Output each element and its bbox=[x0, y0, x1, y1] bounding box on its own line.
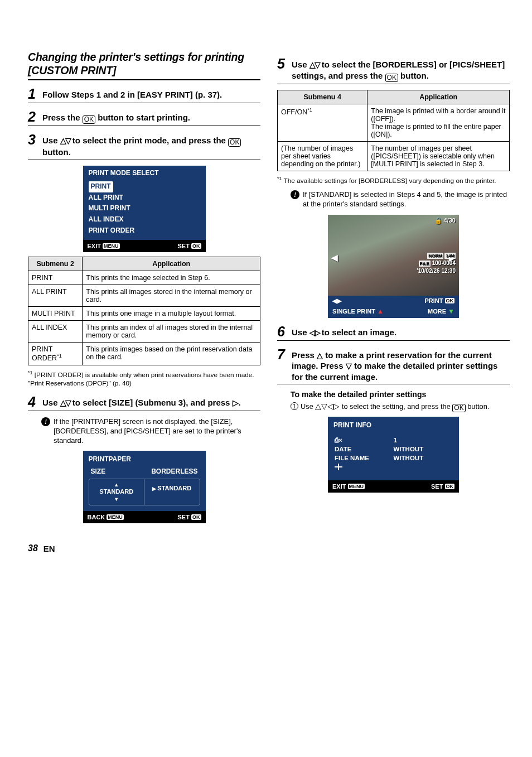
lcd-item-selected: PRINT bbox=[89, 181, 113, 192]
lr-nav-icon: ◀▶ bbox=[332, 297, 341, 305]
menu-badge: MENU bbox=[348, 484, 365, 489]
lcd-body: PRINT ALL PRINT MULTI PRINT ALL INDEX PR… bbox=[83, 179, 206, 240]
substep-1: 1Use △▽◁▷ to select the setting, and pre… bbox=[291, 402, 510, 412]
up-down-icon: △▽ bbox=[60, 399, 70, 407]
step-5-text: Use △▽ to select the [BORDERLESS] or [PI… bbox=[292, 57, 510, 82]
step-number-5: 5 bbox=[277, 57, 287, 71]
footnote-2: *1 The available settings for [BORDERLES… bbox=[277, 176, 510, 185]
lcd-title: PRINT MODE SELECT bbox=[83, 166, 206, 179]
circled-1-icon: 1 bbox=[291, 402, 298, 410]
down-icon: ▽ bbox=[346, 362, 352, 370]
step-7: 7 Press △ to make a print reservation fo… bbox=[277, 348, 510, 385]
table-row: OFF/ON*1 The image is printed with a bor… bbox=[278, 104, 510, 141]
step-number-3: 3 bbox=[28, 133, 38, 147]
step-number-7: 7 bbox=[277, 348, 287, 361]
photo-meta: NORM 14M FILE 100-0004 '10/02/26 12:30 bbox=[417, 252, 456, 275]
menu-badge: MENU bbox=[107, 514, 124, 520]
lcd-value-box: ▲STANDARD▼ ▶STANDARD bbox=[89, 479, 200, 505]
step-3-text: Use △▽ to select the print mode, and pre… bbox=[42, 133, 260, 158]
photo-preview-panel: 🔒 4/30 ◀▶ NORM 14M FILE 100-0004 '10/02/… bbox=[328, 215, 459, 318]
step-6: 6 Use ◁▷ to select an image. bbox=[277, 325, 510, 341]
step-1-text: Follow Steps 1 and 2 in [EASY PRINT] (p.… bbox=[42, 87, 222, 100]
ok-icon: OK bbox=[385, 74, 398, 82]
step-4: 4 Use △▽ to select [SIZE] (Submenu 3), a… bbox=[28, 395, 260, 411]
step-number-4: 4 bbox=[28, 395, 38, 409]
lcd-info-grid: ⎙×1 DATEWITHOUT FILE NAMEWITHOUT bbox=[328, 432, 459, 480]
lcd-item: MULTI PRINT bbox=[89, 204, 130, 212]
step-2: 2 Press the OK button to start printing. bbox=[28, 110, 260, 126]
photo-counter: 🔒 4/30 bbox=[434, 217, 456, 224]
table-row: ALL INDEX This prints an index of all im… bbox=[28, 320, 260, 342]
step-number-2: 2 bbox=[28, 110, 38, 124]
lcd-footer: EXIT MENU SET OK bbox=[328, 480, 459, 493]
lcd-item: ALL INDEX bbox=[89, 215, 124, 223]
step-2-text: Press the OK button to start printing. bbox=[42, 110, 190, 124]
ok-icon: OK bbox=[83, 115, 95, 124]
up-down-icon: △▽ bbox=[309, 61, 320, 69]
sub-heading-detail: To make the detailed printer settings bbox=[291, 390, 510, 399]
table-row: PRINT This prints the image selected in … bbox=[28, 271, 260, 285]
submenu4-table: Submenu 4 Application OFF/ON*1 The image… bbox=[277, 90, 510, 171]
lcd-print-info: PRINT INFO ⎙×1 DATEWITHOUT FILE NAMEWITH… bbox=[328, 417, 459, 493]
down-triangle-icon: ▼ bbox=[448, 307, 454, 315]
ok-badge: OK bbox=[191, 243, 201, 249]
table-header: Submenu 2 bbox=[28, 257, 83, 271]
step-7-text: Press △ to make a print reservation for … bbox=[292, 348, 510, 383]
up-down-icon: △▽ bbox=[60, 137, 70, 144]
left-right-icon: ◁▷ bbox=[309, 329, 320, 336]
submenu2-table: Submenu 2 Application PRINT This prints … bbox=[28, 257, 260, 365]
step-4-text: Use △▽ to select [SIZE] (Submenu 3), and… bbox=[42, 395, 241, 408]
lcd-title: PRINT INFO bbox=[328, 417, 459, 432]
print-copies-icon: ⎙× bbox=[335, 437, 394, 443]
note-step4: ! If the [PRINTPAPER] screen is not disp… bbox=[41, 417, 260, 446]
step-number-1: 1 bbox=[28, 87, 38, 101]
lcd-row: SIZE BORDERLESS bbox=[83, 466, 206, 476]
alert-icon: ! bbox=[291, 190, 299, 199]
ok-badge: OK bbox=[191, 514, 201, 520]
photo-image: 🔒 4/30 ◀▶ NORM 14M FILE 100-0004 '10/02/… bbox=[328, 215, 459, 296]
right-icon: ▷ bbox=[233, 399, 239, 407]
lcd-title: PRINTPAPER bbox=[83, 451, 206, 466]
up-triangle-icon: ▲ bbox=[377, 307, 384, 315]
step-3: 3 Use △▽ to select the print mode, and p… bbox=[28, 133, 260, 160]
ok-icon: OK bbox=[228, 138, 241, 147]
table-row: ALL PRINT This prints all images stored … bbox=[28, 285, 260, 306]
table-header: Application bbox=[83, 257, 260, 271]
lcd-printpaper: PRINTPAPER SIZE BORDERLESS ▲STANDARD▼ ▶S… bbox=[83, 451, 206, 523]
ok-badge: OK bbox=[445, 298, 455, 303]
table-header: Application bbox=[367, 90, 510, 104]
table-row: (The number of images per sheet varies d… bbox=[278, 141, 510, 171]
step-1: 1 Follow Steps 1 and 2 in [EASY PRINT] (… bbox=[28, 87, 260, 103]
footnote-1: *1 [PRINT ORDER] is available only when … bbox=[28, 370, 260, 388]
crop-icon bbox=[335, 464, 342, 470]
lcd-item: PRINT ORDER bbox=[89, 226, 135, 234]
ok-badge: OK bbox=[445, 484, 455, 489]
table-header: Submenu 4 bbox=[278, 90, 367, 104]
note-step5: ! If [STANDARD] is selected in Steps 4 a… bbox=[291, 190, 510, 209]
lcd-print-mode-select: PRINT MODE SELECT PRINT ALL PRINT MULTI … bbox=[83, 166, 206, 252]
step-5: 5 Use △▽ to select the [BORDERLESS] or [… bbox=[277, 57, 510, 84]
page-lang: EN bbox=[43, 544, 55, 553]
step-6-text: Use ◁▷ to select an image. bbox=[292, 325, 396, 338]
photo-footer-2: SINGLE PRINT ▲ MORE ▼ bbox=[328, 307, 459, 318]
table-row: PRINT ORDER*1 This prints images based o… bbox=[28, 342, 260, 365]
lcd-footer: EXIT MENU SET OK bbox=[83, 240, 206, 252]
all-arrows-icon: △▽◁▷ bbox=[315, 402, 340, 410]
step-number-6: 6 bbox=[277, 325, 287, 339]
ok-icon: OK bbox=[452, 404, 465, 412]
up-icon: △ bbox=[317, 351, 323, 359]
page-footer: 38 EN bbox=[28, 543, 510, 553]
lcd-footer: BACK MENU SET OK bbox=[83, 511, 206, 523]
section-title: Changing the printer's settings for prin… bbox=[28, 50, 260, 80]
photo-footer: ◀▶ PRINT OK bbox=[328, 296, 459, 307]
alert-icon: ! bbox=[41, 417, 50, 426]
table-row: MULTI PRINT This prints one image in a m… bbox=[28, 306, 260, 320]
lcd-item: ALL PRINT bbox=[89, 194, 123, 201]
menu-badge: MENU bbox=[103, 243, 120, 249]
page-number: 38 bbox=[28, 543, 38, 553]
